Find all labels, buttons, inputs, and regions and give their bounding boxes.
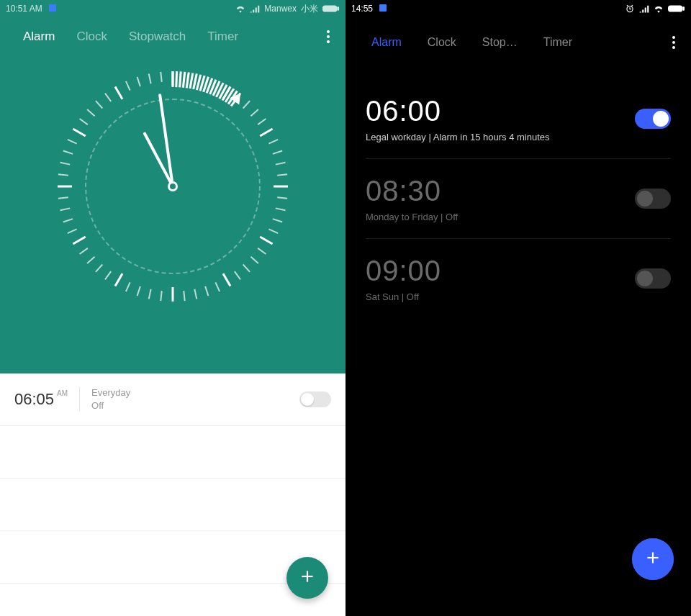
alarm-toggle[interactable] [299,391,331,407]
status-indicator-icon [379,4,387,12]
add-alarm-fab[interactable] [632,538,674,580]
svg-rect-1 [337,6,339,11]
phone-left-light: 10:51 AM Manwex 小米 Alarm Clock Stopwatch… [0,0,346,616]
status-icons-right [625,4,685,14]
plus-icon [298,565,317,592]
alarm-toggle[interactable] [635,189,671,209]
tab-clock[interactable]: Clock [428,36,456,49]
phone-right-dark: 14:55 Alarm Clock Stop… Timer [346,0,691,616]
tabs-left: Alarm Clock Stopwatch Timer [23,30,238,44]
alarm-item[interactable]: 09:00 Sat Sun | Off [366,239,671,318]
tabs-row-left: Alarm Clock Stopwatch Timer [0,17,346,46]
status-icons-left: Manwex 小米 [235,3,340,15]
alarm-time: 09:00 [366,255,635,287]
svg-rect-3 [668,5,682,12]
status-bar-left: 10:51 AM Manwex 小米 [0,0,346,17]
plus-icon [643,546,662,573]
alarm-toggle[interactable] [635,268,671,289]
status-time-text: 10:51 AM [6,4,42,14]
toggle-knob [637,191,653,207]
toggle-knob [637,271,653,286]
svg-rect-0 [322,5,337,12]
tab-timer[interactable]: Timer [207,30,238,44]
tabs-row-right: Alarm Clock Stop… Timer [346,17,691,65]
status-time-text-right: 14:55 [351,4,373,14]
battery-icon [322,4,340,13]
wifi-icon [654,4,664,13]
signal-icon [639,4,649,13]
alarm-ampm: AM [57,389,68,397]
clock-center-dot [168,181,178,191]
tab-stopwatch[interactable]: Stop… [482,36,518,49]
alarm-time: 06:05 [14,390,54,409]
alarm-meta: Everyday Off [91,386,130,412]
alarm-repeat: Everyday [91,386,130,399]
clock-header: Alarm Clock Stopwatch Timer [0,17,346,373]
alarm-info: 06:00 Legal workday | Alarm in 15 hours … [366,95,635,142]
add-alarm-fab[interactable] [286,557,328,599]
overflow-menu-icon[interactable] [665,33,682,52]
alarm-info: 09:00 Sat Sun | Off [366,255,635,302]
battery-icon [668,4,685,13]
alarm-subtitle: Legal workday | Alarm in 15 hours 4 minu… [366,132,635,142]
alarm-subtitle: Monday to Friday | Off [366,212,635,222]
alarm-toggle[interactable] [635,109,671,129]
wifi-icon [235,4,245,13]
status-indicator-icon [49,4,56,12]
tab-clock[interactable]: Clock [76,30,107,44]
status-time: 10:51 AM [6,4,56,14]
alarm-item[interactable]: 08:30 Monday to Friday | Off [366,159,671,239]
clock-face [58,71,288,302]
tabs-right: Alarm Clock Stop… Timer [371,36,572,49]
alarm-set-icon [625,4,635,14]
signal-icon [250,4,260,13]
toggle-knob [301,393,314,406]
tab-timer[interactable]: Timer [543,36,572,49]
status-bar-right: 14:55 [346,0,691,17]
alarm-time: 08:30 [366,175,635,207]
tab-alarm[interactable]: Alarm [23,30,55,44]
overflow-menu-icon[interactable] [320,27,337,46]
tab-stopwatch[interactable]: Stopwatch [129,30,186,44]
alarm-info: 08:30 Monday to Friday | Off [366,175,635,222]
tab-alarm[interactable]: Alarm [371,36,402,49]
alarm-time: 06:00 [366,95,635,127]
alarm-item[interactable]: 06:00 Legal workday | Alarm in 15 hours … [366,79,671,159]
alarm-list: 06:00 Legal workday | Alarm in 15 hours … [346,65,691,318]
alarm-state: Off [91,399,130,412]
alarm-row[interactable]: 06:05 AM Everyday Off [0,373,346,426]
carrier-label: Manwex [264,4,297,14]
brand-label: 小米 [301,3,318,15]
svg-rect-4 [682,6,685,11]
analog-clock[interactable] [58,71,288,302]
alarm-subtitle: Sat Sun | Off [366,291,635,302]
alarm-divider [79,387,80,412]
status-time-right: 14:55 [351,4,387,14]
toggle-knob [653,111,669,127]
